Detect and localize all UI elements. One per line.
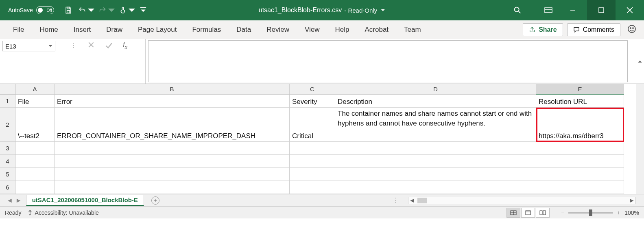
- save-icon: [64, 6, 72, 14]
- minimize-button[interactable]: [559, 0, 587, 20]
- row-header-1[interactable]: 1: [0, 95, 15, 108]
- cell[interactable]: [536, 142, 624, 155]
- cell-b2[interactable]: ERROR_CONTAINER_OR_SHARE_NAME_IMPROPER_D…: [55, 108, 290, 142]
- zoom-level[interactable]: 100%: [624, 209, 639, 216]
- cell-c1[interactable]: Severity: [290, 95, 335, 108]
- cell-e2[interactable]: https://aka.ms/dberr3: [536, 108, 624, 142]
- col-header-e[interactable]: E: [536, 84, 624, 95]
- add-sheet-button[interactable]: +: [151, 196, 159, 205]
- cell[interactable]: [290, 142, 335, 155]
- tab-formulas[interactable]: Formulas: [185, 22, 228, 37]
- normal-view-button[interactable]: [506, 208, 520, 218]
- cell[interactable]: [536, 181, 624, 194]
- formula-input[interactable]: [148, 40, 628, 82]
- read-only-indicator[interactable]: - Read-Only: [344, 7, 385, 14]
- name-box[interactable]: E13: [2, 41, 55, 51]
- feedback-button[interactable]: [627, 24, 637, 35]
- cell[interactable]: [15, 142, 55, 155]
- row-header-3[interactable]: 3: [0, 142, 15, 155]
- cell-e1[interactable]: Resolution URL: [536, 95, 624, 108]
- cell-a1[interactable]: File: [15, 95, 55, 108]
- save-button[interactable]: [61, 2, 76, 18]
- row-header-4[interactable]: 4: [0, 155, 15, 168]
- tab-help[interactable]: Help: [328, 22, 357, 37]
- tab-file[interactable]: File: [6, 22, 31, 37]
- formula-bar-collapse[interactable]: [636, 39, 644, 84]
- enter-icon[interactable]: [105, 42, 112, 49]
- cell[interactable]: [290, 181, 335, 194]
- tab-team[interactable]: Team: [397, 22, 428, 37]
- autosave-toggle[interactable]: Off: [36, 6, 54, 14]
- row-header-2[interactable]: 2: [0, 108, 15, 142]
- col-header-b[interactable]: B: [55, 84, 290, 95]
- scroll-left-icon[interactable]: ◄: [408, 197, 416, 204]
- cell[interactable]: [335, 168, 536, 181]
- cell[interactable]: [55, 155, 290, 168]
- window-controls: [538, 0, 644, 20]
- cell-b1[interactable]: Error: [55, 95, 290, 108]
- tab-acrobat[interactable]: Acrobat: [357, 22, 396, 37]
- ribbon-tabs: File Home Insert Draw Page Layout Formul…: [0, 20, 644, 39]
- cell[interactable]: [55, 181, 290, 194]
- horizontal-scrollbar[interactable]: ◄ ►: [408, 197, 636, 204]
- tab-view[interactable]: View: [297, 22, 327, 37]
- sheet-tab-active[interactable]: utSAC1_202006051000_BlockBlob-E: [26, 195, 144, 206]
- cell[interactable]: [335, 142, 536, 155]
- tab-review[interactable]: Review: [259, 22, 297, 37]
- customize-qat-button[interactable]: [138, 2, 148, 18]
- chevron-down-icon: [107, 6, 116, 14]
- touch-mode-button[interactable]: [118, 2, 137, 18]
- autosave-label: AutoSave: [8, 7, 33, 13]
- col-header-c[interactable]: C: [290, 84, 335, 95]
- cell[interactable]: [335, 155, 536, 168]
- zoom-thumb[interactable]: [589, 209, 592, 216]
- cell[interactable]: [15, 155, 55, 168]
- cell[interactable]: [55, 142, 290, 155]
- cell[interactable]: [290, 155, 335, 168]
- cell[interactable]: [290, 168, 335, 181]
- tab-data[interactable]: Data: [229, 22, 258, 37]
- zoom-in-button[interactable]: +: [617, 209, 620, 216]
- row-header-6[interactable]: 6: [0, 181, 15, 194]
- cell[interactable]: [55, 168, 290, 181]
- cell[interactable]: [536, 168, 624, 181]
- cell-d1[interactable]: Description: [335, 95, 536, 108]
- undo-button[interactable]: [77, 2, 96, 18]
- cell-d2[interactable]: The container names and share names cann…: [335, 108, 536, 142]
- cell[interactable]: [335, 181, 536, 194]
- undo-icon: [78, 6, 86, 14]
- autosave-control[interactable]: AutoSave Off: [0, 6, 58, 14]
- tab-insert[interactable]: Insert: [66, 22, 98, 37]
- fx-button[interactable]: fx: [123, 42, 127, 50]
- next-sheet-button[interactable]: ►: [15, 197, 22, 204]
- scroll-right-icon[interactable]: ►: [628, 197, 635, 204]
- page-break-view-button[interactable]: [536, 208, 550, 218]
- redo-button[interactable]: [97, 2, 117, 18]
- comments-button[interactable]: Comments: [567, 23, 620, 36]
- tab-page-layout[interactable]: Page Layout: [131, 22, 184, 37]
- zoom-out-button[interactable]: −: [561, 209, 564, 216]
- ribbon-display-options-button[interactable]: [538, 0, 559, 20]
- tab-draw[interactable]: Draw: [99, 22, 130, 37]
- cancel-icon[interactable]: [88, 42, 94, 48]
- cell[interactable]: [536, 155, 624, 168]
- maximize-button[interactable]: [587, 0, 616, 20]
- prev-sheet-button[interactable]: ◄: [7, 197, 13, 204]
- vertical-scrollbar[interactable]: [636, 84, 644, 194]
- row-header-5[interactable]: 5: [0, 168, 15, 181]
- page-layout-view-button[interactable]: [521, 208, 535, 218]
- close-button[interactable]: [616, 0, 644, 20]
- search-button[interactable]: [513, 6, 522, 15]
- accessibility-status[interactable]: Accessibility: Unavailable: [27, 209, 98, 216]
- share-button[interactable]: Share: [523, 23, 563, 36]
- scrollbar-thumb[interactable]: [417, 198, 427, 203]
- zoom-slider[interactable]: [568, 212, 613, 214]
- col-header-a[interactable]: A: [15, 84, 55, 95]
- cell-c2[interactable]: Critical: [290, 108, 335, 142]
- cell[interactable]: [15, 181, 55, 194]
- tab-home[interactable]: Home: [32, 22, 65, 37]
- select-all-corner[interactable]: [0, 84, 15, 95]
- col-header-d[interactable]: D: [335, 84, 536, 95]
- cell-a2[interactable]: \--test2: [15, 108, 55, 142]
- cell[interactable]: [15, 168, 55, 181]
